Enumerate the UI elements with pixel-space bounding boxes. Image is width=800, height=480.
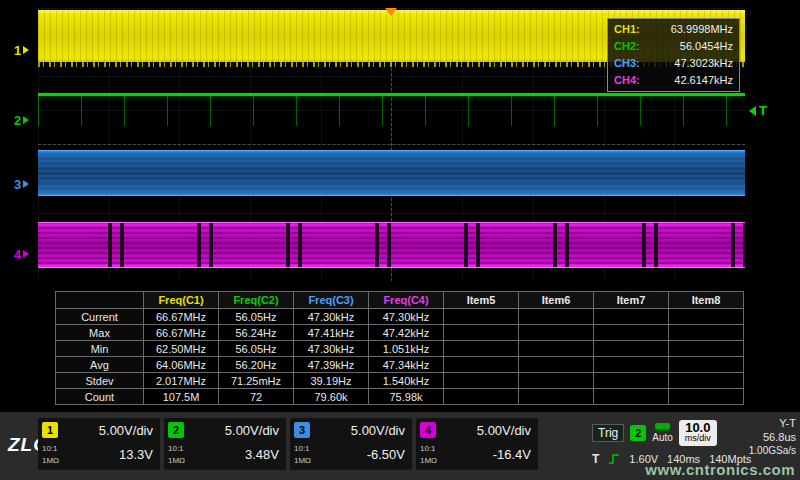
row-label: Count — [56, 389, 144, 405]
table-cell — [444, 325, 519, 341]
table-cell: 107.5M — [144, 389, 219, 405]
table-cell — [669, 373, 744, 389]
trigger-position-marker-icon[interactable] — [385, 8, 397, 16]
overlay-row: CH1: 63.9998MHz — [608, 21, 739, 38]
table-row-count: Count 107.5M 72 79.60k 75.98k — [56, 389, 744, 405]
ch4-settings-box[interactable]: 4 10:1 1MΩ 5.00V/div -16.4V — [416, 418, 538, 470]
table-cell: 75.98k — [369, 389, 444, 405]
right-arrow-icon — [23, 180, 29, 188]
table-cell: 47.30kHz — [294, 341, 369, 357]
table-header-freq-c4[interactable]: Freq(C4) — [369, 292, 444, 309]
trigger-t-label: T — [592, 452, 599, 466]
probe-ratio: 10:1 — [168, 444, 184, 453]
ch4-label: CH4: — [614, 73, 640, 88]
table-cell: 47.34kHz — [369, 357, 444, 373]
table-header-item7[interactable]: Item7 — [594, 292, 669, 309]
impedance: 1MΩ — [420, 456, 437, 465]
waveform-display: CH1: 63.9998MHz CH2: 56.0454Hz CH3: 47.3… — [38, 8, 745, 281]
table-cell: 2.017MHz — [144, 373, 219, 389]
table-header-freq-c1[interactable]: Freq(C1) — [144, 292, 219, 309]
table-cell — [444, 373, 519, 389]
probe-ratio: 10:1 — [420, 444, 436, 453]
sample-rate-value: 1.00GSa/s — [738, 444, 796, 458]
trigger-level-label: T — [759, 103, 767, 118]
trigger-mode-label: Auto — [652, 432, 673, 443]
left-arrow-icon — [749, 106, 756, 116]
table-cell: 47.30kHz — [369, 309, 444, 325]
trigger-source-badge[interactable]: 2 — [630, 425, 646, 441]
ch2-settings-box[interactable]: 2 10:1 1MΩ 5.00V/div 3.48V — [164, 418, 286, 470]
ch2-marker-number: 2 — [14, 113, 21, 128]
ch4-frequency-value: 42.6147kHz — [674, 73, 733, 88]
table-cell: 56.24Hz — [219, 325, 294, 341]
table-cell: 56.05Hz — [219, 309, 294, 325]
watermark-text: www.cntronics.com — [645, 461, 795, 478]
ch3-ground-marker[interactable]: 3 — [14, 177, 29, 191]
impedance: 1MΩ — [42, 456, 59, 465]
ch3-marker-number: 3 — [14, 177, 21, 192]
table-cell — [594, 309, 669, 325]
oscilloscope-screen: CH1: 63.9998MHz CH2: 56.0454Hz CH3: 47.3… — [0, 0, 800, 480]
table-cell — [519, 389, 594, 405]
ch4-ground-marker[interactable]: 4 — [14, 247, 29, 261]
measurement-table: Freq(C1) Freq(C2) Freq(C3) Freq(C4) Item… — [55, 291, 744, 405]
ch3-frequency-value: 47.3023kHz — [674, 56, 733, 71]
table-cell: 62.50MHz — [144, 341, 219, 357]
right-arrow-icon — [23, 116, 29, 124]
timebase-value: 10.0 — [685, 422, 711, 433]
table-row-stdev: Stdev 2.017MHz 71.25mHz 39.19Hz 1.540kHz — [56, 373, 744, 389]
trigger-mode-icon — [655, 423, 670, 431]
table-cell — [669, 357, 744, 373]
ch1-settings-box[interactable]: 1 10:1 1MΩ 5.00V/div 13.3V — [38, 418, 160, 470]
table-header-freq-c2[interactable]: Freq(C2) — [219, 292, 294, 309]
table-cell: 64.06MHz — [144, 357, 219, 373]
table-cell — [444, 357, 519, 373]
table-row-avg: Avg 64.06MHz 56.20Hz 47.39kHz 47.34kHz — [56, 357, 744, 373]
table-header-freq-c3[interactable]: Freq(C3) — [294, 292, 369, 309]
ch2-waveform-pulses — [38, 96, 745, 126]
trigger-status-row: Trig 2 Auto 10.0 ms/div — [592, 420, 717, 446]
timebase-box[interactable]: 10.0 ms/div — [679, 420, 717, 446]
table-cell: 79.60k — [294, 389, 369, 405]
table-cell — [519, 373, 594, 389]
table-header-blank — [56, 292, 144, 309]
row-label: Stdev — [56, 373, 144, 389]
table-cell — [444, 389, 519, 405]
ch4-waveform — [38, 222, 745, 268]
table-cell: 66.67MHz — [144, 309, 219, 325]
trigger-mode-group[interactable]: Auto — [652, 423, 673, 443]
row-label: Avg — [56, 357, 144, 373]
table-cell — [444, 341, 519, 357]
impedance: 1MΩ — [294, 456, 311, 465]
ch2-label: CH2: — [614, 39, 640, 54]
ch1-ground-marker[interactable]: 1 — [14, 43, 29, 57]
table-cell — [669, 341, 744, 357]
table-header-item6[interactable]: Item6 — [519, 292, 594, 309]
table-header-item5[interactable]: Item5 — [444, 292, 519, 309]
trigger-level-marker[interactable]: T — [749, 103, 767, 118]
edge-trigger-icon — [608, 453, 620, 465]
window-scale-value: 56.8us — [738, 430, 796, 444]
table-header-item8[interactable]: Item8 — [669, 292, 744, 309]
ch1-offset: 13.3V — [119, 447, 153, 462]
display-mode-label: Y-T — [738, 416, 796, 430]
table-cell — [594, 373, 669, 389]
right-arrow-icon — [23, 250, 29, 258]
probe-ratio: 10:1 — [294, 444, 310, 453]
ch4-offset: -16.4V — [493, 447, 531, 462]
overlay-row: CH2: 56.0454Hz — [608, 38, 739, 55]
ch3-label: CH3: — [614, 56, 640, 71]
table-cell: 1.540kHz — [369, 373, 444, 389]
table-cell: 71.25mHz — [219, 373, 294, 389]
table-cell — [519, 341, 594, 357]
ch3-scale: 5.00V/div — [351, 423, 405, 438]
ch3-offset: -6.50V — [367, 447, 405, 462]
ch2-ground-marker[interactable]: 2 — [14, 113, 29, 127]
ch1-marker-number: 1 — [14, 43, 21, 58]
table-cell — [669, 325, 744, 341]
center-horizontal-gridline — [38, 144, 745, 145]
table-cell: 56.05Hz — [219, 341, 294, 357]
ch3-settings-box[interactable]: 3 10:1 1MΩ 5.00V/div -6.50V — [290, 418, 412, 470]
ch2-frequency-value: 56.0454Hz — [680, 39, 733, 54]
ch2-badge: 2 — [168, 422, 184, 438]
